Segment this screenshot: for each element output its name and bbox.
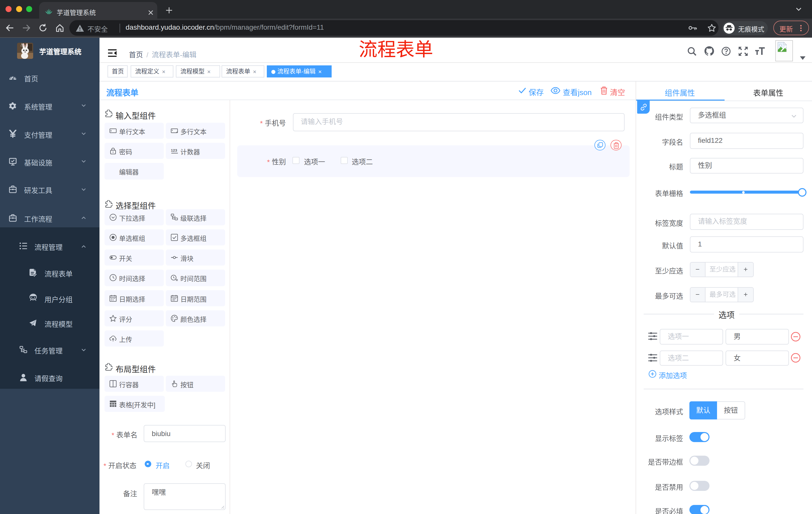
svg-text:123: 123 <box>171 148 177 153</box>
